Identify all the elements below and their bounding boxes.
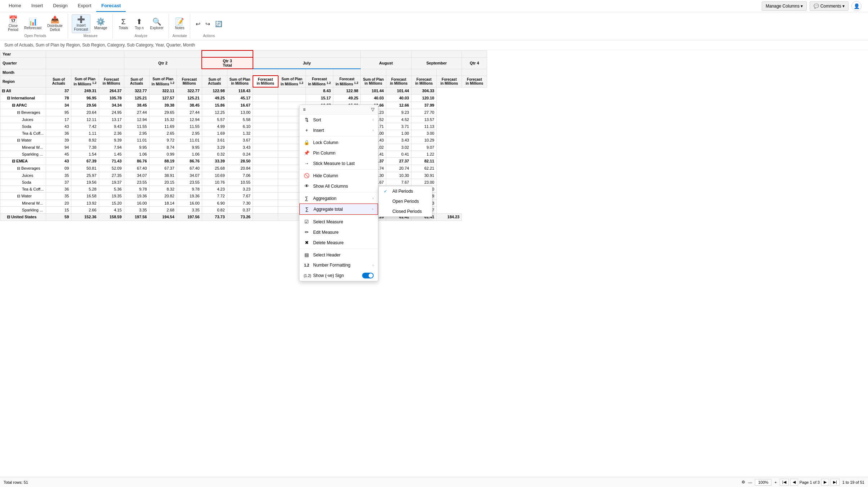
data-cell: 43 (46, 123, 71, 130)
data-cell: 38.91 (149, 172, 177, 179)
data-cell: 7.67 (386, 179, 411, 186)
data-cell: 1.54 (71, 151, 99, 157)
user-avatar[interactable]: 👤 (851, 1, 862, 11)
data-cell: 67.39 (71, 157, 99, 165)
data-cell: 67.37 (149, 165, 177, 172)
refresh-button[interactable]: 🔄 (213, 19, 224, 28)
data-cell (253, 130, 278, 137)
month-spacer3 (99, 69, 124, 76)
tab-forecast[interactable]: Forecast (96, 0, 126, 12)
month-spacer5 (149, 69, 177, 76)
tab-insert[interactable]: Insert (26, 0, 48, 12)
month-spacer10 (278, 69, 306, 76)
ribbon-group-open-periods: 📅 ClosePeriod 📊 Reforecast 📤 DistributeD… (3, 14, 68, 39)
ribbon-group-actions: ↩ ↪ 🔄 Actions (191, 14, 227, 39)
data-cell: 158.59 (99, 213, 124, 220)
table-container[interactable]: Year Quarter Qtr 2 Qtr 3Total July Augus… (0, 50, 868, 474)
quarter-label: Quarter (0, 57, 46, 69)
insert-forecast-button[interactable]: ➕ InsertForecast (72, 14, 91, 33)
data-cell: 6.10 (306, 123, 333, 130)
forecast-h2: ForecastMillions (177, 76, 202, 87)
data-cell: 3.23 (306, 186, 333, 192)
data-cell: 25.68 (202, 165, 227, 172)
data-cell: 38.45 (124, 102, 149, 109)
data-cell: 95 (46, 109, 71, 116)
ribbon-group-analyze: Σ Totals ⬆ Top n 🔍 Explorer Analyze (113, 14, 169, 39)
data-cell: 16.00 (124, 200, 149, 206)
data-cell (253, 206, 278, 213)
table-row: ⊟ Beverages0950.8152.0967.4067.3767.4025… (0, 165, 487, 172)
data-cell: 3.71 (386, 123, 411, 130)
month-spacer2 (71, 69, 99, 76)
data-cell (278, 186, 306, 192)
table-row: ⊟ All37249.31264.37322.77322.11322.77122… (0, 87, 487, 94)
region-cell: ⊟ APAC (0, 102, 46, 109)
region-cell: ⊟ United States (0, 213, 46, 220)
data-cell: 101.44 (386, 87, 411, 94)
insert-forecast-icon: ➕ (77, 16, 85, 23)
col-header-row: Region Sum ofActuals Sum of Planin Milli… (0, 76, 487, 87)
august-year-header (361, 50, 411, 57)
actions-buttons: ↩ ↪ 🔄 (194, 14, 224, 33)
data-cell: 24.95 (99, 109, 124, 116)
data-cell: 27.44 (124, 109, 149, 116)
top-n-button[interactable]: ⬆ Top n (132, 17, 147, 31)
data-cell: 7.06 (306, 172, 333, 179)
month-spacer4 (124, 69, 149, 76)
undo-button[interactable]: ↩ (194, 19, 202, 28)
data-cell (278, 102, 306, 109)
month-spacer13 (361, 69, 386, 76)
region-cell: Mineral W... (0, 200, 46, 206)
distribute-label: DistributeDeficit (47, 24, 62, 32)
manage-icon: ⚙️ (96, 18, 105, 25)
tab-export[interactable]: Export (73, 0, 97, 12)
data-cell: 20.84 (306, 165, 333, 172)
table-row: ⊟ United States59152.36158.59197.56194.5… (0, 213, 487, 220)
top-n-label: Top n (135, 26, 143, 30)
reforecast-button[interactable]: 📊 Reforecast (22, 17, 44, 31)
redo-button[interactable]: ↪ (204, 19, 212, 28)
data-cell: 29.56 (71, 102, 99, 109)
data-cell: 27.37 (386, 157, 411, 165)
data-cell: 12.25 (202, 109, 227, 116)
manage-button[interactable]: ⚙️ Manage (92, 17, 109, 31)
tab-design[interactable]: Design (48, 0, 72, 12)
data-cell: 7.42 (71, 123, 99, 130)
data-cell: 9.72 (149, 137, 177, 144)
distribute-deficit-button[interactable]: 📤 DistributeDeficit (45, 14, 64, 33)
data-cell: 67.40 (124, 165, 149, 172)
manage-columns-button[interactable]: Manage Columns ▾ (762, 1, 807, 11)
data-cell: 86.76 (124, 157, 149, 165)
data-cell: 8.92 (71, 137, 99, 144)
ribbon: Home Insert Design Export Forecast Manag… (0, 0, 868, 40)
totals-button[interactable]: Σ Totals (116, 17, 131, 31)
qtr3-total-header: Qtr 3Total (202, 57, 253, 69)
explorer-button[interactable]: 🔍 Explorer (148, 17, 166, 31)
data-cell: 322.11 (149, 87, 177, 94)
data-cell: 6.63 (361, 192, 386, 200)
data-cell: 19.56 (71, 179, 99, 186)
data-cell: 304.33 (411, 87, 437, 94)
data-cell: 2.66 (71, 206, 99, 213)
data-cell: 8.32 (149, 186, 177, 192)
data-cell: 78 (46, 94, 71, 102)
data-cell: 6.90 (333, 200, 361, 206)
comments-button[interactable]: 💬 Comments ▾ (810, 1, 849, 11)
table-body: ⊟ All37249.31264.37322.77322.11322.77122… (0, 87, 487, 220)
data-cell: 19.89 (411, 192, 437, 200)
data-cell (278, 179, 306, 186)
table-row: Sparkling ...451.541.451.060.991.060.320… (0, 151, 487, 157)
table-row: Mineral W...2013.9215.2016.0018.1416.006… (0, 200, 487, 206)
notes-button[interactable]: 📝 Notes (173, 17, 187, 31)
main-table: Year Quarter Qtr 2 Qtr 3Total July Augus… (0, 50, 487, 221)
close-period-button[interactable]: 📅 ClosePeriod (6, 14, 21, 33)
tab-home[interactable]: Home (4, 0, 26, 12)
data-cell: 125.21 (177, 94, 202, 102)
data-cell: 5.58 (306, 116, 333, 123)
distribute-icon: 📤 (50, 16, 59, 23)
data-cell: 3.29 (333, 144, 361, 151)
data-cell: 1.69 (333, 130, 361, 137)
data-cell: 7.72 (202, 192, 227, 200)
table-row: Sparkling ...152.664.153.352.683.350.820… (0, 206, 487, 213)
data-cell: 9.23 (361, 109, 386, 116)
